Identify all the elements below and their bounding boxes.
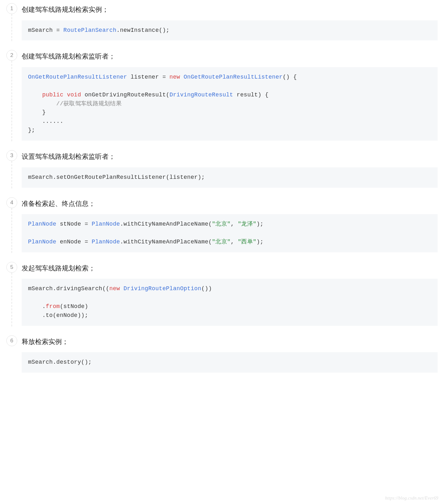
code-token: "北京" xyxy=(212,239,231,245)
code-token: } xyxy=(28,109,46,116)
code-token xyxy=(120,285,124,292)
code-token: enNode = xyxy=(56,239,92,245)
code-token: "北京" xyxy=(212,221,231,227)
code-token: stNode = xyxy=(56,221,92,227)
step-item: 4准备检索起、终点信息；PlanNode stNode = PlanNode.w… xyxy=(3,197,438,252)
step-item: 6释放检索实例；mSearch.destory(); xyxy=(3,335,438,373)
code-block: PlanNode stNode = PlanNode.withCityNameA… xyxy=(22,214,438,252)
step-item: 5发起驾车线路规划检索；mSearch.drivingSearch((new D… xyxy=(3,262,438,326)
code-token: "龙泽" xyxy=(238,221,256,227)
step-number-badge: 1 xyxy=(6,3,17,14)
code-token: mSearch.setOnGetRoutePlanResultListener(… xyxy=(28,174,205,180)
step-number-badge: 3 xyxy=(6,150,17,161)
code-token: }; xyxy=(28,127,35,133)
step-number-badge: 2 xyxy=(6,50,17,61)
code-block: OnGetRoutePlanResultListener listener = … xyxy=(22,67,438,141)
steps-container: 1创建驾车线路规划检索实例；mSearch = RoutePlanSearch.… xyxy=(3,3,438,373)
code-token: listener = xyxy=(127,74,169,80)
code-token: mSearch = xyxy=(28,27,63,33)
code-token: public xyxy=(42,92,63,98)
code-token: "西单" xyxy=(238,239,256,245)
code-token: () { xyxy=(283,74,297,80)
step-item: 3设置驾车线路规划检索监听者；mSearch.setOnGetRoutePlan… xyxy=(3,150,438,187)
step-title: 创建驾车线路规划检索监听者； xyxy=(22,50,438,67)
code-token: new xyxy=(109,285,120,292)
code-token: ); xyxy=(256,239,263,245)
code-token: .to(enNode)); xyxy=(28,312,88,318)
code-token: new xyxy=(169,74,180,80)
step-item: 2创建驾车线路规划检索监听者；OnGetRoutePlanResultListe… xyxy=(3,50,438,141)
step-title: 准备检索起、终点信息； xyxy=(22,197,438,214)
step-title: 设置驾车线路规划检索监听者； xyxy=(22,150,438,167)
code-token: OnGetRoutePlanResultListener xyxy=(184,74,283,80)
step-connector-line xyxy=(11,61,12,141)
code-token: , xyxy=(231,221,238,227)
code-token: DrivingRouteResult xyxy=(169,92,233,98)
code-token: ); xyxy=(256,221,263,227)
code-token: PlanNode xyxy=(28,221,56,227)
code-block: mSearch.destory(); xyxy=(22,352,438,373)
code-token: RoutePlanSearch xyxy=(63,27,117,33)
code-token: DrivingRoutePlanOption xyxy=(124,285,201,292)
code-token: , xyxy=(231,239,238,245)
step-number-badge: 5 xyxy=(6,262,17,273)
step-connector-line xyxy=(11,208,12,253)
step-title: 创建驾车线路规划检索实例； xyxy=(22,3,438,20)
code-block: mSearch = RoutePlanSearch.newInstance(); xyxy=(22,20,438,41)
code-token: OnGetRoutePlanResultListener xyxy=(28,74,127,80)
code-token: (stNode) xyxy=(60,303,88,310)
code-token xyxy=(180,74,183,80)
code-token: .withCityNameAndPlaceName( xyxy=(120,221,212,227)
code-token: PlanNode xyxy=(92,221,120,227)
code-token: //获取驾车线路规划结果 xyxy=(56,101,122,107)
code-token xyxy=(28,92,42,98)
step-number-badge: 4 xyxy=(6,197,17,208)
code-token: .newInstance(); xyxy=(117,27,170,33)
code-token xyxy=(63,92,67,98)
code-token: void xyxy=(67,92,81,98)
code-token: PlanNode xyxy=(28,239,56,245)
step-item: 1创建驾车线路规划检索实例；mSearch = RoutePlanSearch.… xyxy=(3,3,438,40)
step-connector-line xyxy=(11,14,12,41)
code-token: ...... xyxy=(28,118,63,124)
code-token: .withCityNameAndPlaceName( xyxy=(120,239,212,245)
step-title: 释放检索实例； xyxy=(22,335,438,353)
step-connector-line xyxy=(11,273,12,326)
code-token: mSearch.drivingSearch(( xyxy=(28,285,109,292)
code-block: mSearch.setOnGetRoutePlanResultListener(… xyxy=(22,167,438,188)
step-connector-line xyxy=(11,161,12,188)
code-token: PlanNode xyxy=(92,239,120,245)
step-title: 发起驾车线路规划检索； xyxy=(22,262,438,279)
code-token: ()) xyxy=(201,285,212,292)
code-token: . xyxy=(28,303,46,310)
code-token: onGetDrivingRouteResult( xyxy=(81,92,170,98)
code-token: mSearch.destory(); xyxy=(28,359,92,365)
code-token xyxy=(28,101,56,107)
code-block: mSearch.drivingSearch((new DrivingRouteP… xyxy=(22,279,438,326)
code-token: result) { xyxy=(233,92,269,98)
step-number-badge: 6 xyxy=(6,335,17,346)
code-token: from xyxy=(46,303,60,310)
